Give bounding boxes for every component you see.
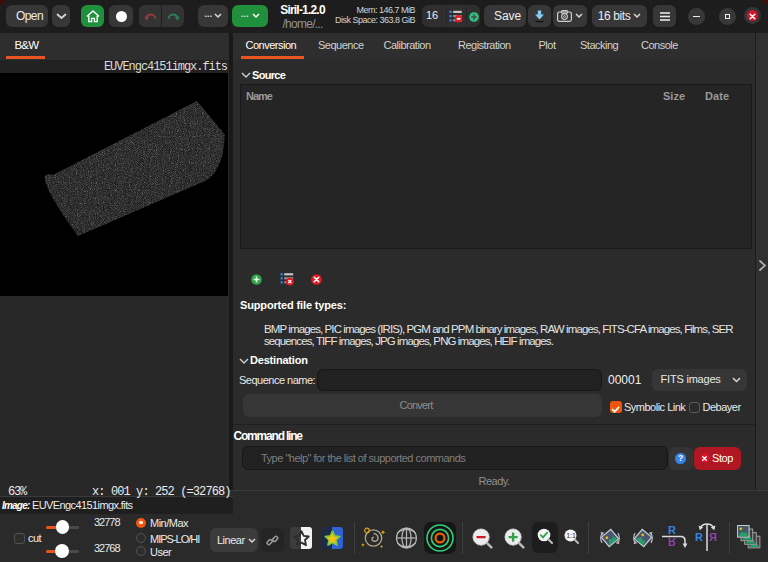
svg-text:1:1: 1:1: [566, 532, 576, 539]
